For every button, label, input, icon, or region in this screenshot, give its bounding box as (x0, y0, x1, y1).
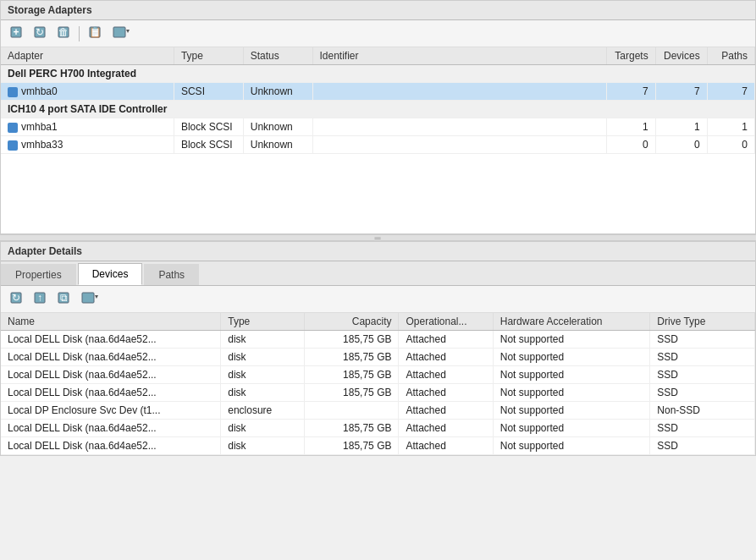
remove-button[interactable]: 🗑 (53, 24, 74, 43)
adapter-status-cell: Unknown (243, 83, 312, 101)
device-operational-cell: Attached (399, 384, 493, 402)
refresh-button-bottom[interactable]: ↻ (6, 289, 26, 309)
device-name-cell: Local DELL Disk (naa.6d4ae52... (1, 331, 221, 349)
adapter-group-name: Dell PERC H700 Integrated (1, 65, 755, 83)
device-name-cell: Local DELL Disk (naa.6d4ae52... (1, 384, 221, 402)
storage-adapters-panel: Storage Adapters + ↻ 🗑 📋 (0, 0, 756, 234)
svg-text:+: + (13, 26, 19, 38)
tab-paths[interactable]: Paths (144, 264, 199, 285)
adapter-devices-cell: 7 (655, 83, 707, 101)
device-row[interactable]: Local DELL Disk (naa.6d4ae52...disk185,7… (1, 437, 755, 455)
adapters-table-header: Adapter Type Status Identifier Targets D… (1, 47, 755, 65)
device-operational-cell: Attached (399, 349, 493, 366)
device-capacity-cell: 185,75 GB (305, 349, 399, 366)
device-drive-type-cell: SSD (650, 366, 755, 384)
adapter-row[interactable]: vmhba1Block SCSIUnknown111 (1, 118, 755, 136)
device-name-cell: Local DELL Disk (naa.6d4ae52... (1, 437, 221, 455)
device-operational-cell: Attached (399, 437, 493, 455)
adapter-cell: vmhba33 (1, 136, 174, 154)
device-row[interactable]: Local DELL Disk (naa.6d4ae52...disk185,7… (1, 366, 755, 384)
col-header-devices: Devices (655, 47, 707, 65)
actions-icon-bottom (81, 292, 98, 306)
toolbar-separator-1 (79, 26, 80, 41)
adapter-paths-cell: 0 (707, 136, 754, 154)
adapter-status-cell: Unknown (243, 136, 312, 154)
device-capacity-cell: 185,75 GB (305, 366, 399, 384)
refresh-button-top[interactable]: ↻ (30, 24, 50, 43)
adapter-row[interactable]: vmhba33Block SCSIUnknown000 (1, 136, 755, 154)
adapter-type-cell: SCSI (174, 83, 243, 101)
device-hw-accel-cell: Not supported (493, 402, 650, 420)
adapter-targets-cell: 0 (607, 136, 656, 154)
device-hw-accel-cell: Not supported (493, 331, 650, 349)
col-header-type: Type (174, 47, 243, 65)
copy-button-bottom[interactable]: ⧉ (53, 289, 74, 309)
device-row[interactable]: Local DELL Disk (naa.6d4ae52...disk185,7… (1, 349, 755, 366)
bottom-toolbar: ↻ ↑ ⧉ (1, 286, 755, 313)
device-capacity-cell: 185,75 GB (305, 331, 399, 349)
device-type-cell: disk (221, 384, 305, 402)
device-drive-type-cell: SSD (650, 349, 755, 366)
device-type-cell: enclosure (221, 402, 305, 420)
device-operational-cell: Attached (399, 366, 493, 384)
tab-properties[interactable]: Properties (1, 264, 76, 285)
splitter[interactable]: ═ (0, 234, 756, 241)
device-name-cell: Local DELL Disk (naa.6d4ae52... (1, 349, 221, 366)
adapter-targets-cell: 7 (607, 83, 656, 101)
adapter-status-cell: Unknown (243, 118, 312, 136)
export-button-bottom[interactable]: ↑ (30, 289, 50, 309)
svg-text:⧉: ⧉ (60, 292, 68, 304)
adapter-row[interactable]: vmhba0SCSIUnknown777 (1, 83, 755, 101)
add-icon: + (10, 26, 22, 41)
device-row[interactable]: Local DELL Disk (naa.6d4ae52...disk185,7… (1, 420, 755, 437)
device-capacity-cell: 185,75 GB (305, 420, 399, 437)
device-type-cell: disk (221, 349, 305, 366)
adapter-group-name: ICH10 4 port SATA IDE Controller (1, 101, 755, 118)
col-header-dev-hw-accel: Hardware Acceleration (493, 313, 650, 331)
adapter-cell: vmhba0 (1, 83, 174, 101)
device-hw-accel-cell: Not supported (493, 349, 650, 366)
devices-table-container: Name Type Capacity Operational... Hardwa… (1, 313, 755, 455)
svg-marker-17 (95, 295, 98, 299)
svg-text:↻: ↻ (36, 26, 44, 38)
adapter-cell: vmhba1 (1, 118, 174, 136)
adapters-table-container: Adapter Type Status Identifier Targets D… (1, 47, 755, 233)
col-header-adapter: Adapter (1, 47, 174, 65)
devices-table: Name Type Capacity Operational... Hardwa… (1, 313, 755, 455)
refresh-icon: ↻ (34, 26, 46, 41)
adapter-details-title: Adapter Details (1, 242, 755, 261)
devices-table-header: Name Type Capacity Operational... Hardwa… (1, 313, 755, 331)
device-drive-type-cell: SSD (650, 331, 755, 349)
device-hw-accel-cell: Not supported (493, 384, 650, 402)
device-capacity-cell (305, 402, 399, 420)
device-type-cell: disk (221, 366, 305, 384)
device-drive-type-cell: Non-SSD (650, 402, 755, 420)
device-drive-type-cell: SSD (650, 384, 755, 402)
adapter-group-header: Dell PERC H700 Integrated (1, 65, 755, 83)
adapter-details-panel: Adapter Details Properties Devices Paths… (0, 241, 756, 456)
export-button-top[interactable]: 📋 (85, 24, 105, 43)
top-toolbar: + ↻ 🗑 📋 (1, 20, 755, 47)
device-capacity-cell: 185,75 GB (305, 384, 399, 402)
storage-adapters-title: Storage Adapters (1, 1, 755, 20)
svg-text:↻: ↻ (12, 292, 20, 304)
col-header-dev-capacity: Capacity (305, 313, 399, 331)
device-row[interactable]: Local DELL Disk (naa.6d4ae52...disk185,7… (1, 384, 755, 402)
adapter-identifier-cell (312, 118, 607, 136)
device-capacity-cell: 185,75 GB (305, 437, 399, 455)
device-hw-accel-cell: Not supported (493, 420, 650, 437)
device-name-cell: Local DP Enclosure Svc Dev (t1... (1, 402, 221, 420)
device-row[interactable]: Local DELL Disk (naa.6d4ae52...disk185,7… (1, 331, 755, 349)
col-header-identifier: Identifier (312, 47, 607, 65)
actions-button-top[interactable] (108, 24, 134, 43)
adapter-type-cell: Block SCSI (174, 136, 243, 154)
device-hw-accel-cell: Not supported (493, 366, 650, 384)
device-row[interactable]: Local DP Enclosure Svc Dev (t1...enclosu… (1, 402, 755, 420)
actions-button-bottom[interactable] (77, 289, 102, 309)
device-name-cell: Local DELL Disk (naa.6d4ae52... (1, 420, 221, 437)
add-button[interactable]: + (6, 24, 26, 43)
adapter-devices-cell: 1 (655, 118, 707, 136)
tab-devices[interactable]: Devices (78, 263, 143, 285)
adapter-type-cell: Block SCSI (174, 118, 243, 136)
device-type-cell: disk (221, 420, 305, 437)
